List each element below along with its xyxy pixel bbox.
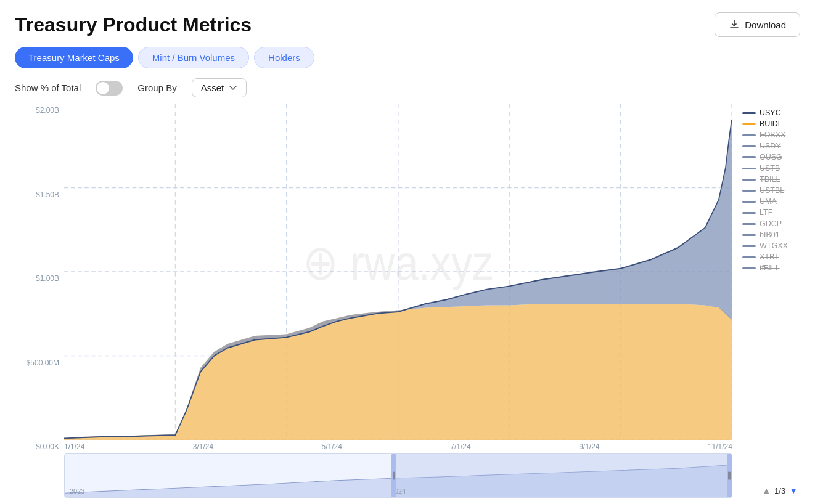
y-axis-label-4: $2.00B [36, 106, 59, 115]
show-pct-label: Show % of Total [15, 83, 81, 93]
show-pct-toggle[interactable] [96, 81, 123, 96]
legend-label-XTBT: XTBT [760, 253, 779, 261]
download-icon [729, 19, 740, 30]
group-by-select[interactable]: Asset [192, 78, 247, 97]
tab-mint-burn-volumes[interactable]: Mint / Burn Volumes [138, 47, 249, 68]
svg-text:⊕ rwa.xyz: ⊕ rwa.xyz [303, 235, 493, 290]
legend-label-USYC: USYC [760, 108, 781, 117]
chart-legend: USYCBUIDLFOBXXUSDYOUSGUSTBTBILLUSTBLUMAL… [732, 104, 800, 451]
tabs-row: Treasury Market Caps Mint / Burn Volumes… [15, 47, 800, 68]
x-axis: 1/1/24 3/1/24 5/1/24 7/1/24 9/1/24 11/1/… [64, 440, 732, 451]
legend-item-TBILL[interactable]: TBILL [742, 175, 800, 184]
legend-label-UMA: UMA [760, 197, 777, 206]
legend-label-LTF: LTF [760, 208, 772, 217]
mini-handle-right[interactable] [727, 454, 732, 497]
page-prev-arrow[interactable]: ▲ [762, 486, 771, 495]
x-axis-label-0: 1/1/24 [64, 442, 84, 451]
x-axis-label-2: 5/1/24 [322, 442, 342, 451]
legend-item-LTF[interactable]: LTF [742, 208, 800, 217]
chevron-down-icon [229, 84, 237, 92]
y-axis: $2.00B $1.50B $1.00B $500.00M $0.00K [15, 104, 64, 451]
tab-treasury-market-caps[interactable]: Treasury Market Caps [15, 47, 133, 68]
legend-item-USYC[interactable]: USYC [742, 108, 800, 117]
legend-label-WTGXX: WTGXX [760, 242, 788, 250]
x-axis-label-5: 11/1/24 [708, 442, 732, 451]
x-axis-label-1: 3/1/24 [193, 442, 213, 451]
legend-label-tfBILL: tfBILL [760, 264, 780, 272]
legend-label-bIB01: bIB01 [760, 230, 780, 239]
y-axis-label-1: $500.00M [27, 359, 59, 367]
svg-rect-12 [391, 454, 732, 497]
legend-label-OUSG: OUSG [760, 153, 782, 161]
tab-holders[interactable]: Holders [254, 47, 314, 68]
legend-item-XTBT[interactable]: XTBT [742, 253, 800, 261]
page-indicator: 1/3 [774, 486, 785, 495]
legend-label-BUIDL: BUIDL [760, 120, 782, 128]
mini-handle-left[interactable] [391, 454, 396, 497]
legend-item-WTGXX[interactable]: WTGXX [742, 242, 800, 250]
main-chart: ⊕ rwa.xyz [64, 104, 732, 440]
mini-label-2023: 2023 [70, 487, 84, 495]
legend-label-USDY: USDY [760, 142, 781, 150]
page-title: Treasury Product Metrics [15, 14, 252, 36]
legend-item-USDY[interactable]: USDY [742, 142, 800, 150]
y-axis-label-2: $1.00B [36, 274, 59, 283]
group-by-label: Group By [137, 83, 176, 93]
legend-item-FOBXX[interactable]: FOBXX [742, 131, 800, 139]
legend-item-bIB01[interactable]: bIB01 [742, 230, 800, 239]
download-button[interactable]: Download [715, 12, 800, 37]
legend-item-USTBL[interactable]: USTBL [742, 186, 800, 195]
legend-item-UMA[interactable]: UMA [742, 197, 800, 206]
legend-label-FOBXX: FOBXX [760, 131, 785, 139]
legend-item-OUSG[interactable]: OUSG [742, 153, 800, 161]
legend-label-USTB: USTB [760, 164, 780, 173]
y-axis-label-3: $1.50B [36, 190, 59, 199]
legend-item-USTB[interactable]: USTB [742, 164, 800, 173]
legend-item-tfBILL[interactable]: tfBILL [742, 264, 800, 272]
mini-chart[interactable]: 2023 2024 [64, 453, 732, 498]
y-axis-label-0: $0.00K [36, 442, 59, 451]
legend-item-GDCP[interactable]: GDCP [742, 219, 800, 228]
legend-label-TBILL: TBILL [760, 175, 780, 184]
legend-item-BUIDL[interactable]: BUIDL [742, 120, 800, 128]
x-axis-label-4: 9/1/24 [579, 442, 599, 451]
page-next-arrow[interactable]: ▼ [789, 486, 798, 495]
legend-label-GDCP: GDCP [760, 219, 782, 228]
legend-label-USTBL: USTBL [760, 186, 784, 195]
x-axis-label-3: 7/1/24 [450, 442, 470, 451]
